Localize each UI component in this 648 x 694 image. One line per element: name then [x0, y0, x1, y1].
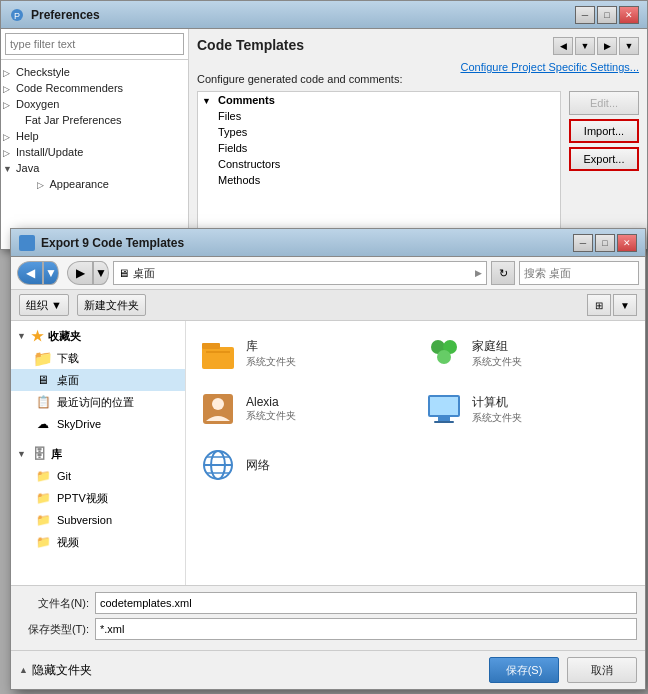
- nav-dropdown-button[interactable]: ▼: [575, 37, 595, 55]
- tree-item-label: Doxygen: [16, 98, 59, 110]
- sidebar-item-label: 下载: [57, 351, 79, 366]
- template-label: Constructors: [218, 158, 280, 170]
- arrow-icon: ▷: [37, 180, 47, 190]
- arrow-icon: ▷: [3, 100, 13, 110]
- file-name: 家庭组: [472, 338, 522, 355]
- tree-item-code-recommenders[interactable]: ▷ Code Recommenders: [1, 80, 188, 96]
- preferences-title-bar: P Preferences ─ □ ✕: [1, 1, 647, 29]
- file-item-library[interactable]: 库 系统文件夹: [194, 329, 412, 377]
- file-item-network[interactable]: 网络: [194, 441, 412, 489]
- nav-dropdown2-button[interactable]: ▼: [619, 37, 639, 55]
- nav-back-button[interactable]: ◀: [553, 37, 573, 55]
- search-input-addr[interactable]: [524, 267, 634, 279]
- file-item-homegroup[interactable]: 家庭组 系统文件夹: [420, 329, 638, 377]
- sidebar-item-recent[interactable]: 📋 最近访问的位置: [11, 391, 185, 413]
- browser-sidebar: ▼ ★ 收藏夹 📁 下载 🖥 桌面 📋 最近访问的位置 ☁: [11, 321, 186, 585]
- address-bar: ◀ ▼ ▶ ▼ 🖥 桌面 ▶ ↻: [11, 257, 645, 290]
- tree-item-label: Install/Update: [16, 146, 83, 158]
- template-item-fields[interactable]: Fields: [198, 140, 560, 156]
- file-name: 计算机: [472, 394, 522, 411]
- subversion-icon: 📁: [35, 512, 51, 528]
- tree-item-java[interactable]: ▼ Java: [1, 160, 188, 176]
- arrow-icon: ▷: [3, 84, 13, 94]
- sidebar-item-skydrive[interactable]: ☁ SkyDrive: [11, 413, 185, 435]
- tree-item-doxygen[interactable]: ▷ Doxygen: [1, 96, 188, 112]
- template-item-constructors[interactable]: Constructors: [198, 156, 560, 172]
- sidebar-item-subversion[interactable]: 📁 Subversion: [11, 509, 185, 531]
- edit-button[interactable]: Edit...: [569, 91, 639, 115]
- filetype-label: 保存类型(T):: [19, 622, 89, 637]
- file-item-computer[interactable]: 计算机 系统文件夹: [420, 385, 638, 433]
- hidden-files-section: ▲ 隐藏文件夹: [19, 662, 481, 679]
- template-item-files[interactable]: Files: [198, 108, 560, 124]
- svg-rect-2: [202, 347, 234, 369]
- cancel-button[interactable]: 取消: [567, 657, 637, 683]
- template-label: Fields: [218, 142, 247, 154]
- search-input[interactable]: [5, 33, 184, 55]
- view-toggle-button[interactable]: ⊞: [587, 294, 611, 316]
- file-info-homegroup: 家庭组 系统文件夹: [472, 338, 522, 369]
- minimize-button[interactable]: ─: [575, 6, 595, 24]
- sidebar-item-label: Subversion: [57, 514, 112, 526]
- desktop-icon: 🖥: [118, 267, 129, 279]
- template-item-comments[interactable]: ▼ Comments: [198, 92, 560, 108]
- svg-text:P: P: [14, 11, 20, 21]
- sidebar-item-label: 桌面: [57, 373, 79, 388]
- sidebar-item-video[interactable]: 📁 视频: [11, 531, 185, 553]
- file-info-computer: 计算机 系统文件夹: [472, 394, 522, 425]
- library-expand-icon: ▼: [17, 449, 27, 459]
- browser-bottom-form: 文件名(N): 保存类型(T):: [11, 585, 645, 650]
- browser-content: ▼ ★ 收藏夹 📁 下载 🖥 桌面 📋 最近访问的位置 ☁: [11, 321, 645, 585]
- tree-item-appearance[interactable]: ▷ Appearance: [1, 176, 188, 192]
- sidebar-item-desktop[interactable]: 🖥 桌面: [11, 369, 185, 391]
- new-folder-button[interactable]: 新建文件夹: [77, 294, 146, 316]
- view-dropdown-button[interactable]: ▼: [613, 294, 637, 316]
- file-desc: 系统文件夹: [246, 409, 296, 423]
- sidebar-item-git[interactable]: 📁 Git: [11, 465, 185, 487]
- svg-rect-11: [430, 397, 458, 415]
- maximize-button[interactable]: □: [597, 6, 617, 24]
- svg-rect-12: [438, 417, 450, 421]
- favorites-expand-icon: ▼: [17, 331, 27, 341]
- forward-dropdown-button[interactable]: ▼: [93, 261, 109, 285]
- hidden-files-label: 隐藏文件夹: [32, 662, 92, 679]
- preferences-window-icon: P: [9, 7, 25, 23]
- export-minimize-button[interactable]: ─: [573, 234, 593, 252]
- export-button[interactable]: Export...: [569, 147, 639, 171]
- tree-item-label: Checkstyle: [16, 66, 70, 78]
- main-header: Code Templates ◀ ▼ ▶ ▼: [197, 37, 639, 55]
- library-header[interactable]: ▼ 🗄 库: [11, 443, 185, 465]
- import-button[interactable]: Import...: [569, 119, 639, 143]
- tree-item-checkstyle[interactable]: ▷ Checkstyle: [1, 64, 188, 80]
- filename-input[interactable]: [95, 592, 637, 614]
- template-item-methods[interactable]: Methods: [198, 172, 560, 188]
- git-icon: 📁: [35, 468, 51, 484]
- forward-button[interactable]: ▶: [67, 261, 93, 285]
- tree-item-fat-jar[interactable]: Fat Jar Preferences: [1, 112, 188, 128]
- tree-item-help[interactable]: ▷ Help: [1, 128, 188, 144]
- sidebar-item-download[interactable]: 📁 下载: [11, 347, 185, 369]
- tree-item-label: Fat Jar Preferences: [25, 114, 122, 126]
- sidebar-item-pptv[interactable]: 📁 PPTV视频: [11, 487, 185, 509]
- refresh-button[interactable]: ↻: [491, 261, 515, 285]
- save-button[interactable]: 保存(S): [489, 657, 559, 683]
- close-preferences-button[interactable]: ✕: [619, 6, 639, 24]
- nav-forward-button[interactable]: ▶: [597, 37, 617, 55]
- address-path[interactable]: 🖥 桌面 ▶: [113, 261, 487, 285]
- expand-arrow-icon: ▼: [202, 96, 211, 106]
- favorites-header[interactable]: ▼ ★ 收藏夹: [11, 325, 185, 347]
- template-label: Methods: [218, 174, 260, 186]
- organize-button[interactable]: 组织 ▼: [19, 294, 69, 316]
- path-text: 桌面: [133, 266, 471, 281]
- configure-desc: Configure generated code and comments:: [197, 73, 639, 85]
- library-icon: 🗄: [31, 446, 47, 462]
- export-maximize-button[interactable]: □: [595, 234, 615, 252]
- tree-item-install[interactable]: ▷ Install/Update: [1, 144, 188, 160]
- export-close-button[interactable]: ✕: [617, 234, 637, 252]
- filetype-input[interactable]: [95, 618, 637, 640]
- file-item-alexia[interactable]: Alexia 系统文件夹: [194, 385, 412, 433]
- back-dropdown-button[interactable]: ▼: [43, 261, 59, 285]
- back-button[interactable]: ◀: [17, 261, 43, 285]
- configure-link[interactable]: Configure Project Specific Settings...: [197, 61, 639, 73]
- template-item-types[interactable]: Types: [198, 124, 560, 140]
